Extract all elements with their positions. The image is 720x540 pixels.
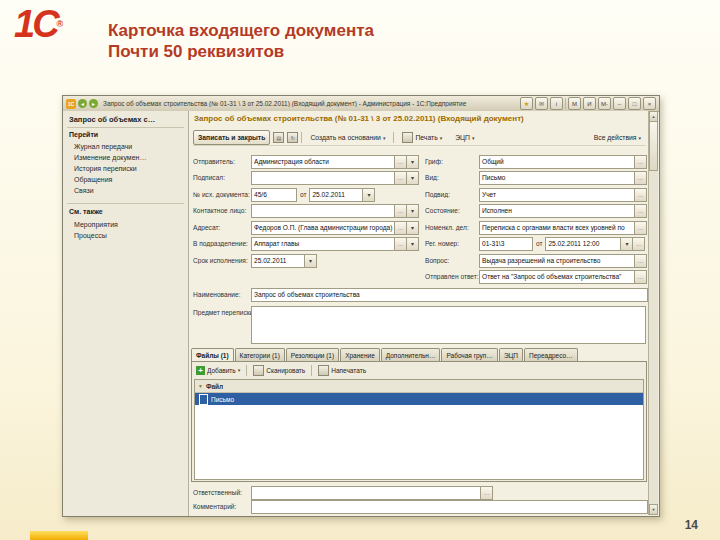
maximize-button[interactable]: □ bbox=[628, 97, 641, 110]
dropdown-button[interactable]: ▾ bbox=[407, 237, 419, 251]
subject-label: Предмет переписки: bbox=[193, 309, 251, 316]
registration-number-input[interactable]: 01-31\3 bbox=[479, 237, 533, 251]
select-button[interactable]: … bbox=[633, 237, 645, 251]
select-button[interactable]: … bbox=[635, 270, 647, 284]
responsible-input[interactable] bbox=[251, 486, 481, 500]
calendar-dropdown-button[interactable]: ▾ bbox=[305, 254, 317, 268]
files-column-header: Файл bbox=[206, 383, 223, 390]
select-button[interactable]: … bbox=[635, 171, 647, 185]
sidebar-item-document-changes[interactable]: Изменение докумен… bbox=[74, 154, 146, 161]
messages-button[interactable]: ✉ bbox=[535, 97, 548, 110]
addressee-input[interactable]: Федоров О.П. (Глава администрации города… bbox=[251, 221, 395, 235]
dropdown-button[interactable]: ▾ bbox=[407, 221, 419, 235]
sidebar-item-processes[interactable]: Процессы bbox=[74, 232, 107, 239]
print-file-button[interactable]: Напечатать bbox=[316, 365, 368, 376]
tab-files[interactable]: Файлы (1) bbox=[191, 348, 234, 361]
files-grid[interactable]: ▼ Файл Письмо bbox=[194, 379, 644, 480]
subject-input[interactable] bbox=[251, 306, 646, 344]
select-button[interactable]: … bbox=[395, 204, 407, 218]
tab-additional[interactable]: Дополнительн… bbox=[381, 348, 441, 361]
select-button[interactable]: … bbox=[635, 254, 647, 268]
tab-signature[interactable]: ЭЦП bbox=[499, 348, 523, 361]
scroll-thumb[interactable] bbox=[649, 121, 658, 171]
reply-sent-input[interactable]: Ответ на "Запрос об объемах строительств… bbox=[479, 270, 635, 284]
tab-resolutions[interactable]: Резолюции (1) bbox=[286, 348, 339, 361]
menu-button[interactable]: М- bbox=[598, 97, 611, 110]
dropdown-button[interactable]: ▾ bbox=[407, 155, 419, 169]
comment-input[interactable] bbox=[251, 500, 648, 514]
minimize-button[interactable]: ‒ bbox=[613, 97, 626, 110]
sidebar-item-events[interactable]: Мероприятия bbox=[74, 221, 118, 228]
sidebar-item-links[interactable]: Связи bbox=[74, 187, 94, 194]
select-button[interactable]: … bbox=[395, 221, 407, 235]
add-file-label: Добавить bbox=[207, 367, 236, 374]
copy-icon[interactable]: ▤ bbox=[273, 132, 284, 143]
outgoing-number-input[interactable]: 45/6 bbox=[251, 188, 297, 202]
select-button[interactable]: … bbox=[395, 155, 407, 169]
due-date-input[interactable]: 25.02.2011 bbox=[251, 254, 305, 268]
sender-input[interactable]: Администрация области bbox=[251, 155, 395, 169]
case-nomenclature-row: Номенкл. дел: Переписка с органами власт… bbox=[425, 221, 647, 234]
back-icon[interactable]: ◂ bbox=[78, 99, 87, 108]
sidebar-item-correspondence-history[interactable]: История переписки bbox=[74, 165, 137, 172]
tab-categories[interactable]: Категории (1) bbox=[235, 348, 285, 361]
signature-button[interactable]: ЭЦП ▾ bbox=[450, 130, 479, 145]
tab-forwarded[interactable]: Переадресо… bbox=[524, 348, 578, 361]
save-close-button[interactable]: Записать и закрыть bbox=[193, 130, 270, 145]
registration-date-input[interactable]: 25.02.2011 12:00 bbox=[545, 237, 621, 251]
vertical-scrollbar[interactable]: ▲ ▼ bbox=[648, 111, 658, 515]
forward-icon[interactable]: ▸ bbox=[89, 99, 98, 108]
scan-button[interactable]: Сканировать bbox=[251, 365, 307, 376]
classification-input[interactable]: Общий bbox=[479, 155, 635, 169]
scroll-down-button[interactable]: ▼ bbox=[649, 504, 658, 515]
select-button[interactable]: … bbox=[635, 188, 647, 202]
signed-by-input[interactable] bbox=[251, 171, 395, 185]
question-input[interactable]: Выдача разрешений на строительство bbox=[479, 254, 635, 268]
kind-input[interactable]: Письмо bbox=[479, 171, 635, 185]
sidebar-item-appeals[interactable]: Обращения bbox=[74, 176, 112, 183]
sidebar-divider bbox=[67, 127, 184, 128]
calendar-dropdown-button[interactable]: ▾ bbox=[621, 237, 633, 251]
sidebar-item-transfer-log[interactable]: Журнал передачи bbox=[74, 143, 132, 150]
tab-storage[interactable]: Хранение bbox=[340, 348, 380, 361]
select-button[interactable]: … bbox=[395, 171, 407, 185]
select-button[interactable]: … bbox=[635, 221, 647, 235]
dropdown-button[interactable]: ▾ bbox=[407, 204, 419, 218]
select-button[interactable]: … bbox=[395, 237, 407, 251]
kind-row: Вид: Письмо … bbox=[425, 171, 647, 184]
subkind-input[interactable]: Учет bbox=[479, 188, 635, 202]
subkind-label: Подвид: bbox=[425, 191, 479, 198]
department-input[interactable]: Аппарат главы bbox=[251, 237, 395, 251]
state-input[interactable]: Исполнен bbox=[479, 204, 635, 218]
subkind-row: Подвид: Учет … bbox=[425, 188, 647, 201]
files-grid-header[interactable]: ▼ Файл bbox=[195, 380, 643, 393]
file-name: Письмо bbox=[211, 396, 234, 403]
app-window: 1С ◂ ▸ Запрос об объемах строительства (… bbox=[62, 95, 660, 517]
favorites-star-button[interactable]: ★ bbox=[520, 97, 533, 110]
outgoing-number-row: № исх. документа: 45/6 от 25.02.2011 ▾ bbox=[193, 188, 419, 201]
name-input[interactable]: Запрос об объемах строительства bbox=[251, 288, 648, 302]
outgoing-number-label: № исх. документа: bbox=[193, 191, 251, 198]
select-button[interactable]: … bbox=[635, 155, 647, 169]
outgoing-date-input[interactable]: 25.02.2011 bbox=[309, 188, 363, 202]
print-button[interactable]: Печать ▾ bbox=[397, 130, 447, 145]
add-file-button[interactable]: + Добавить ▾ bbox=[194, 366, 242, 375]
all-actions-button[interactable]: Все действия ▾ bbox=[589, 130, 646, 145]
menu-button[interactable]: М bbox=[568, 97, 581, 110]
calendar-dropdown-button[interactable]: ▾ bbox=[363, 188, 375, 202]
contact-person-input[interactable] bbox=[251, 204, 395, 218]
close-button[interactable]: × bbox=[643, 97, 656, 110]
tab-working-group[interactable]: Рабочая груп… bbox=[441, 348, 497, 361]
dropdown-button[interactable]: ▾ bbox=[407, 171, 419, 185]
select-button[interactable]: … bbox=[481, 486, 493, 500]
select-button[interactable]: … bbox=[635, 204, 647, 218]
file-icon bbox=[199, 394, 208, 405]
menu-button[interactable]: И bbox=[583, 97, 596, 110]
window-titlebar[interactable]: 1С ◂ ▸ Запрос об объемах строительства (… bbox=[63, 96, 659, 112]
contact-person-label: Контактное лицо: bbox=[193, 207, 251, 214]
create-based-on-button[interactable]: Создать на основании ▾ bbox=[305, 130, 390, 145]
case-nomenclature-input[interactable]: Переписка с органами власти всех уровней… bbox=[479, 221, 635, 235]
file-row[interactable]: Письмо bbox=[195, 393, 643, 405]
info-button[interactable]: i bbox=[550, 97, 563, 110]
refresh-icon[interactable]: ↻ bbox=[287, 132, 298, 143]
